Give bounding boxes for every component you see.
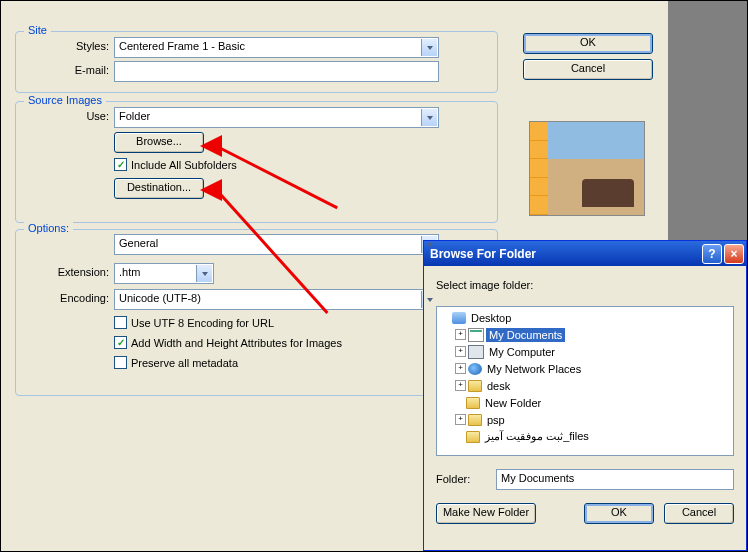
expand-icon[interactable]: + (455, 363, 466, 374)
include-subfolders-label: Include All Subfolders (131, 159, 237, 171)
utf8-url-checkbox[interactable]: Use UTF 8 Encoding for URL (114, 316, 274, 329)
expand-icon[interactable]: + (455, 329, 466, 340)
browse-button[interactable]: Browse... (114, 132, 204, 153)
use-label: Use: (29, 110, 109, 122)
tree-item-mynet[interactable]: +My Network Places (439, 360, 731, 377)
tree-item-psp[interactable]: +psp (439, 411, 731, 428)
folder-icon (468, 380, 482, 392)
preserve-meta-checkbox[interactable]: Preserve all metadata (114, 356, 238, 369)
options-select[interactable]: General (114, 234, 439, 255)
checkbox-icon (114, 356, 127, 369)
checkbox-icon (114, 316, 127, 329)
expand-icon[interactable]: + (455, 346, 466, 357)
folder-label: Folder: (436, 473, 470, 485)
cancel-button[interactable]: Cancel (523, 59, 653, 80)
extension-label: Extension: (29, 266, 109, 278)
browse-cancel-button[interactable]: Cancel (664, 503, 734, 524)
checkbox-icon (114, 336, 127, 349)
ok-button[interactable]: OK (523, 33, 653, 54)
extension-value: .htm (119, 266, 140, 278)
tree-item-mycomp[interactable]: +My Computer (439, 343, 731, 360)
utf8-url-label: Use UTF 8 Encoding for URL (131, 317, 274, 329)
expand-icon[interactable]: + (455, 380, 466, 391)
encoding-label: Encoding: (29, 292, 109, 304)
folder-input[interactable]: My Documents (496, 469, 734, 490)
destination-button[interactable]: Destination... (114, 178, 204, 199)
folder-tree[interactable]: Desktop +My Documents +My Computer +My N… (436, 306, 734, 456)
extension-select[interactable]: .htm (114, 263, 214, 284)
tree-item-arabic[interactable]: ثبت موفقيت آميز_files (439, 428, 731, 445)
folder-icon (466, 431, 480, 443)
use-value: Folder (119, 110, 150, 122)
expand-icon[interactable]: + (455, 414, 466, 425)
styles-label: Styles: (29, 40, 109, 52)
include-subfolders-checkbox[interactable]: Include All Subfolders (114, 158, 237, 171)
preserve-meta-label: Preserve all metadata (131, 357, 238, 369)
checkbox-icon (114, 158, 127, 171)
encoding-value: Unicode (UTF-8) (119, 292, 201, 304)
group-source: Source Images Use: Folder Browse... Incl… (15, 101, 498, 223)
folder-value: My Documents (501, 472, 574, 484)
dialog-titlebar[interactable]: Browse For Folder ? × (424, 241, 746, 266)
folder-icon (466, 397, 480, 409)
options-label: Options: (24, 222, 73, 234)
tree-item-newfolder[interactable]: New Folder (439, 394, 731, 411)
documents-icon (468, 328, 484, 342)
browse-for-folder-dialog: Browse For Folder ? × Select image folde… (423, 240, 747, 551)
make-new-folder-button[interactable]: Make New Folder (436, 503, 536, 524)
styles-value: Centered Frame 1 - Basic (119, 40, 245, 52)
computer-icon (468, 345, 484, 359)
tree-item-desk[interactable]: +desk (439, 377, 731, 394)
use-select[interactable]: Folder (114, 107, 439, 128)
options-value: General (119, 237, 158, 249)
network-icon (468, 363, 482, 375)
tree-item-mydocs[interactable]: +My Documents (439, 326, 731, 343)
group-site: Site Styles: Centered Frame 1 - Basic E-… (15, 31, 498, 93)
add-wh-label: Add Width and Height Attributes for Imag… (131, 337, 342, 349)
email-label: E-mail: (29, 64, 109, 76)
browse-prompt: Select image folder: (436, 279, 533, 291)
close-button[interactable]: × (724, 244, 744, 264)
group-source-legend: Source Images (24, 94, 106, 106)
help-button[interactable]: ? (702, 244, 722, 264)
preview-thumbnail (529, 121, 645, 216)
folder-icon (468, 414, 482, 426)
group-site-legend: Site (24, 24, 51, 36)
email-input[interactable] (114, 61, 439, 82)
styles-select[interactable]: Centered Frame 1 - Basic (114, 37, 439, 58)
encoding-select[interactable]: Unicode (UTF-8) (114, 289, 439, 310)
desktop-icon (452, 312, 466, 324)
dialog-title: Browse For Folder (430, 247, 536, 261)
tree-item-desktop[interactable]: Desktop (439, 309, 731, 326)
add-wh-checkbox[interactable]: Add Width and Height Attributes for Imag… (114, 336, 342, 349)
browse-ok-button[interactable]: OK (584, 503, 654, 524)
